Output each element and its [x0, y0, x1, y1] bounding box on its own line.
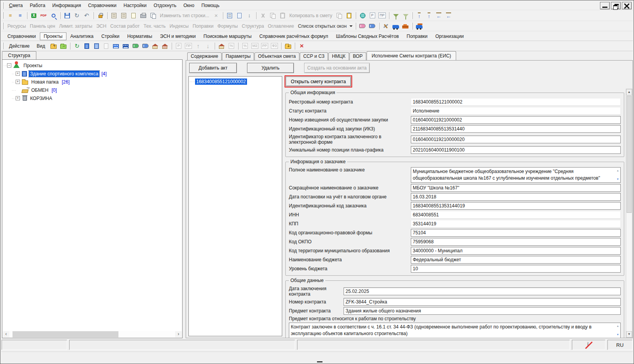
structure-button[interactable]: Структура — [240, 21, 265, 30]
menu-smeta[interactable]: Смета — [5, 2, 26, 9]
field-value[interactable]: Исполнение — [411, 107, 621, 115]
delete-icon[interactable]: × — [297, 41, 306, 50]
delete-act-button[interactable]: Удалить — [247, 63, 294, 73]
field-value[interactable]: 16834008551353144019 — [411, 202, 621, 210]
truck-icon[interactable] — [391, 21, 400, 30]
p-page-icon[interactable]: P — [174, 41, 183, 50]
book-blue-icon[interactable] — [368, 21, 377, 30]
pp-icon[interactable]: РР — [260, 41, 269, 50]
truck-loaded-icon[interactable] — [415, 21, 424, 30]
restore-button[interactable] — [611, 2, 621, 9]
tree-item-korzina[interactable]: ···· + КОРЗИНА — [3, 94, 181, 102]
tab-organizatsii[interactable]: Организации — [432, 32, 468, 40]
tab-esn-i-metodiki[interactable]: ЭСН и методики — [156, 32, 199, 40]
tree-horizontal-scrollbar[interactable]: ‹ › — [3, 331, 182, 337]
scroll-left-icon[interactable]: ‹ — [3, 331, 9, 337]
tab-poiskovye-marshruty[interactable]: Поисковые маршруты — [200, 32, 256, 40]
refresh-icon[interactable]: ↻ — [72, 11, 81, 20]
close-icon[interactable]: × — [211, 11, 220, 20]
filter-clear-icon[interactable] — [401, 11, 410, 20]
tab-stroyki[interactable]: Стройки — [97, 32, 123, 40]
tree-item-obmen[interactable]: ···· ОБМЕН [0] — [3, 86, 181, 94]
tab-ispolnenie-smety-kontrakta-eis[interactable]: Исполнение Сметы контракта (ЕИС) — [367, 51, 456, 60]
field-value[interactable]: 01604000119210000020 — [411, 136, 621, 143]
tab-nmck[interactable]: НМЦК — [328, 52, 349, 60]
limit-costs-button[interactable]: Лимит. затраты — [57, 21, 94, 30]
price-panel-button[interactable]: Панель цен — [28, 21, 57, 30]
copy-object-icon[interactable] — [149, 11, 158, 20]
copy-icon[interactable] — [268, 11, 277, 20]
scroll-up-icon[interactable]: ▲ — [626, 89, 632, 95]
field-value[interactable]: 16.03.2018 — [411, 193, 621, 201]
view-menu[interactable]: Вид — [33, 42, 49, 50]
folder-up-icon[interactable] — [49, 41, 58, 50]
indexes-button[interactable]: Индексы — [168, 21, 190, 30]
field-value[interactable]: Контракт заключен в соответствии с ч. 16… — [289, 323, 621, 338]
percent-icon[interactable]: % — [240, 41, 249, 50]
export-globe-icon[interactable] — [358, 11, 367, 20]
bricks-icon[interactable] — [401, 21, 410, 30]
field-value[interactable]: 75104 — [411, 229, 621, 237]
action-menu[interactable]: Действие — [5, 42, 33, 50]
tab-vor[interactable]: ВОР — [349, 52, 366, 60]
open-contract-estimate-button[interactable]: Открыть смету контракта — [286, 77, 351, 86]
expand-toggle[interactable]: − — [7, 63, 11, 68]
menu-pomosch[interactable]: Помощь — [198, 2, 223, 9]
field-value[interactable]: Федеральный бюджет — [411, 256, 621, 264]
note-icon[interactable] — [129, 11, 138, 20]
scrollbar-thumb[interactable] — [13, 331, 118, 337]
tree-item-proekty[interactable]: ···· − Проекты — [3, 61, 181, 70]
move-down-icon[interactable]: ↓ — [203, 41, 212, 50]
field-value[interactable]: 20210160400011900100 — [411, 146, 621, 154]
tab-popravki[interactable]: Поправки — [403, 32, 431, 40]
folder-collapse-icon[interactable] — [59, 41, 68, 50]
paste-icon[interactable] — [278, 11, 287, 20]
numbering-icon[interactable] — [235, 11, 244, 20]
work-composition-button[interactable]: Состав работ — [109, 21, 141, 30]
pr-page-icon[interactable]: ПР — [378, 11, 387, 20]
menu-okno[interactable]: Окно — [180, 2, 198, 9]
tab-spravochnik-raschetnykh-formul[interactable]: Справочник расчётных формул — [256, 32, 332, 40]
percent-page-icon[interactable]: % — [227, 41, 236, 50]
cut-icon[interactable] — [258, 11, 267, 20]
tree-item-novaya-papka[interactable]: ···· + Новая папка [26] — [3, 78, 181, 86]
field-value[interactable]: МБОУ "Школа №167" — [411, 184, 621, 192]
field-value[interactable]: Здания жилые общего назначения — [344, 307, 621, 315]
sort-updown-icon[interactable]: ↕ — [245, 11, 254, 20]
tab-spravochniki[interactable]: Справочники — [4, 32, 40, 40]
field-value[interactable]: 1683400855121000002 — [411, 98, 621, 106]
house-edit-icon[interactable] — [160, 41, 169, 50]
pr-page-icon[interactable]: ПР — [184, 41, 193, 50]
new-folder-icon[interactable] — [283, 41, 292, 50]
m2-icon[interactable]: М2 — [250, 41, 259, 50]
sort-structure-icon[interactable] — [225, 11, 234, 20]
language-indicator[interactable]: RU — [607, 340, 632, 350]
cabinet-icon[interactable] — [119, 11, 128, 20]
tab-parametry[interactable]: Параметры — [222, 52, 254, 60]
esn-button[interactable]: ЭСН — [95, 21, 108, 30]
menu-informatsiya[interactable]: Информация — [49, 2, 84, 9]
field-value[interactable]: 0160400011921000002 — [411, 116, 621, 124]
tree-item-zdanie-sportivnogo-kompleksa[interactable]: ···· + Здание спортивного комплекса [4] — [3, 70, 181, 78]
tab-soderzhanie[interactable]: Содержание — [187, 52, 222, 60]
f3-icon[interactable]: Ф3 — [270, 41, 279, 50]
formulas-button[interactable]: Формулы — [216, 21, 239, 30]
building-add-icon[interactable] — [82, 41, 91, 50]
level-up-icon[interactable]: ↑ — [415, 11, 424, 20]
excel-export-icon[interactable]: X — [29, 11, 38, 20]
book-green-icon[interactable] — [131, 41, 140, 50]
close-button[interactable] — [622, 2, 632, 9]
menu-nastroyki[interactable]: Настройки — [120, 2, 150, 9]
tab-analitika[interactable]: Аналитика — [66, 32, 97, 40]
level-left-alt-icon[interactable]: ← — [444, 11, 453, 20]
open-windows-dropdown[interactable]: Список открытых окон — [296, 21, 353, 30]
tab-ssr-i-sz[interactable]: ССР и СЗ — [300, 52, 328, 60]
tab-shablony-svodnykh-raschetov[interactable]: Шаблоны Сводных Расчётов — [332, 32, 403, 40]
field-value[interactable]: 10 — [411, 265, 621, 273]
tab-struktura[interactable]: Структура — [2, 51, 36, 59]
field-value[interactable]: 353144019 — [411, 220, 621, 228]
field-value[interactable]: ZFK-3844_Стройка — [344, 298, 621, 306]
page-icon[interactable] — [102, 41, 111, 50]
scroll-right-icon[interactable]: › — [175, 331, 182, 337]
pickaxe-icon[interactable] — [381, 21, 390, 30]
